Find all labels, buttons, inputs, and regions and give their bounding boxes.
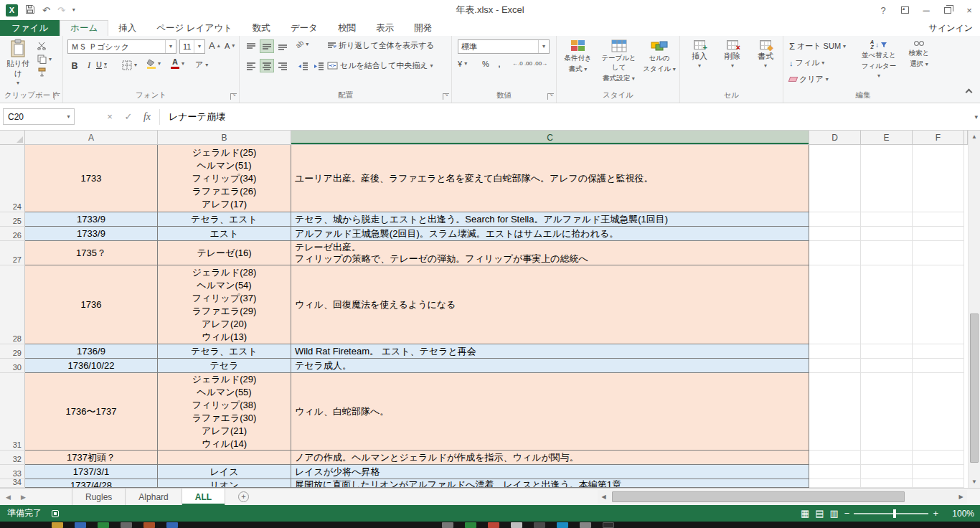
cell-D26[interactable] [809,227,861,241]
format-as-table-button[interactable]: テーブルとして 書式設定 ▾ [599,39,639,90]
page-break-view-button[interactable]: ▥ [830,508,839,519]
currency-format-button[interactable]: ¥▾ [458,60,467,68]
zoom-slider-thumb[interactable] [893,509,896,518]
cell-C31[interactable]: ウィル、白蛇部隊へ。 [291,373,809,451]
tab-insert[interactable]: 挿入 [108,20,146,36]
cell-F31[interactable] [913,373,964,451]
number-dialog-launcher-icon[interactable] [547,93,554,100]
scroll-left-arrow-icon[interactable]: ◀ [598,490,610,504]
qat-customize-chevron-icon[interactable]: ▾ [72,7,75,13]
cell-D31[interactable] [809,373,861,451]
cell-E34[interactable] [861,479,913,488]
cell-B30[interactable]: テセラ [158,359,291,373]
cell-E28[interactable] [861,265,913,344]
taskbar-app-icon[interactable] [557,522,568,528]
taskbar-app-icon[interactable] [143,522,155,528]
cell-A33[interactable]: 1737/3/1 [25,465,158,479]
conditional-formatting-button[interactable]: 条件付き 書式 ▾ [558,39,598,90]
cell-E32[interactable] [861,451,913,465]
cancel-entry-button[interactable]: × [100,111,119,122]
cell-F24[interactable] [913,145,964,212]
taskbar-app-icon[interactable] [52,522,63,528]
alignment-dialog-launcher-icon[interactable] [443,93,449,100]
row-header-32[interactable]: 32 [0,451,25,465]
cell-B34[interactable]: リオン [158,479,291,488]
cell-D30[interactable] [809,359,861,373]
cell-F30[interactable] [913,359,964,373]
autosum-button[interactable]: Σ オート SUM ▾ [789,41,846,52]
increase-decimal-button[interactable]: ←.0 .00 [512,60,532,67]
chevron-down-icon[interactable]: ▾ [165,40,176,53]
cell-B33[interactable]: レイス [158,465,291,479]
cell-C26[interactable]: アルファルド王城急襲(2回目)。スラム壊滅。エストはサムエルに拾われる。 [291,227,809,241]
underline-button[interactable]: U ▾ [96,60,107,69]
cell-C32[interactable]: ノアの作成。ヘルマンとジェラルドが作成を指示、ウィルが関与。 [291,451,809,465]
cell-A25[interactable]: 1733/9 [25,212,158,227]
row-header-34[interactable]: 34 [0,479,25,488]
row-header-33[interactable]: 33 [0,465,25,479]
chevron-down-icon[interactable]: ▾ [63,109,74,124]
increase-indent-button[interactable] [311,59,326,72]
middle-align-button[interactable] [260,39,274,53]
ribbon-display-options-button[interactable] [894,5,915,16]
font-color-button[interactable]: A ▾ [171,58,184,69]
column-header-A[interactable]: A [25,131,158,145]
comma-style-button[interactable]: , [498,57,501,69]
insert-cells-button[interactable]: + 挿入 ▾ [684,40,715,88]
cell-A34[interactable]: 1737/4/28 [25,479,158,488]
cell-A32[interactable]: 1737初頭？ [25,451,158,465]
cell-A26[interactable]: 1733/9 [25,227,158,241]
insert-function-button[interactable]: fx [138,111,156,123]
sort-filter-button[interactable]: AZ↓ 並べ替えと フィルター ▾ [859,39,898,90]
scroll-down-arrow-icon[interactable]: ▼ [969,476,980,488]
scroll-up-arrow-icon[interactable]: ▲ [969,131,980,143]
formula-bar-expand-button[interactable]: ▾ [974,113,978,121]
name-box[interactable]: C20 ▾ [3,108,75,125]
cell-D34[interactable] [809,479,861,488]
format-painter-button[interactable] [37,67,47,77]
column-header-B[interactable]: B [158,131,291,145]
sheet-nav-right-icon[interactable]: ▶ [21,494,26,501]
cell-F32[interactable] [913,451,964,465]
cell-D27[interactable] [809,241,861,265]
zoom-out-button[interactable]: − [844,508,850,519]
increase-font-size-button[interactable]: A▴ [209,40,220,51]
cell-B32[interactable] [158,451,291,465]
vertical-scrollbar[interactable]: ▲ ▼ [968,131,980,488]
taskbar-app-icon[interactable] [166,522,178,528]
help-button[interactable]: ? [872,5,894,16]
wrap-text-button[interactable]: 折り返して全体を表示する [327,40,435,51]
sheet-tab-all[interactable]: ALL [182,489,225,505]
taskbar-app-icon[interactable] [534,522,545,528]
tab-page-layout[interactable]: ページ レイアウト [146,20,242,36]
cell-E30[interactable] [861,359,913,373]
cell-B24[interactable]: ジェラルド(25) ヘルマン(51) フィリップ(34) ラファエラ(26) ア… [158,145,291,212]
column-header-D[interactable]: D [809,131,861,145]
tab-developer[interactable]: 開発 [404,20,442,36]
copy-button[interactable]: ▾ [37,55,52,64]
chevron-down-icon[interactable]: ▾ [538,40,549,53]
minimize-button[interactable]: ─ [915,5,937,16]
taskbar-app-icon[interactable] [511,522,522,528]
phonetic-guide-button[interactable]: ア ▾ [195,60,208,70]
percent-style-button[interactable]: % [482,60,489,68]
decrease-indent-button[interactable] [296,59,310,72]
decrease-font-size-button[interactable]: A▾ [225,42,235,50]
align-center-button[interactable] [260,59,274,72]
cell-D29[interactable] [809,344,861,359]
zoom-in-button[interactable]: + [933,508,938,519]
cell-F28[interactable] [913,265,964,344]
cell-F34[interactable] [913,479,964,488]
taskbar-app-icon[interactable] [465,522,476,528]
row-header-25[interactable]: 25 [0,212,25,227]
format-cells-button[interactable]: ◆ 書式 ▾ [750,40,781,88]
number-format-combo[interactable]: 標準 ▾ [458,39,550,54]
cell-styles-button[interactable]: セルの スタイル ▾ [640,39,679,90]
zoom-slider-track[interactable] [854,513,928,514]
column-header-E[interactable]: E [861,131,913,145]
chevron-down-icon[interactable]: ▾ [194,40,204,53]
cell-E31[interactable] [861,373,913,451]
normal-view-button[interactable]: ▦ [801,508,809,519]
row-header-28[interactable]: 28 [0,265,25,344]
redo-icon[interactable]: ↷ [57,6,65,15]
